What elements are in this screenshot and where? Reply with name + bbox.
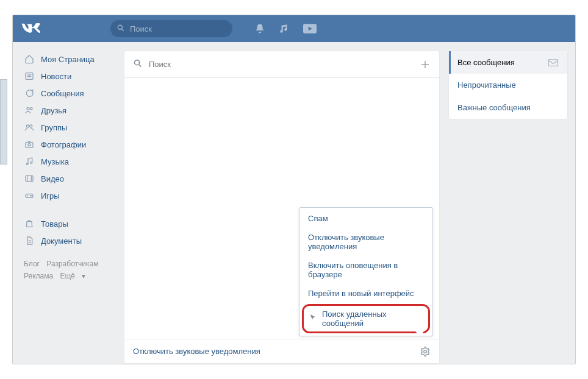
layout: Моя Страница Новости Сообщения Друзья Гр… (13, 42, 575, 364)
filter-important[interactable]: Важные сообщения (449, 96, 567, 119)
filter-label: Важные сообщения (457, 103, 531, 112)
footer-link-blog[interactable]: Блог (24, 260, 40, 268)
messages-panel: Спам Отключить звуковые уведомления Вклю… (124, 51, 440, 364)
settings-popup: Спам Отключить звуковые уведомления Вклю… (299, 207, 433, 336)
svg-line-1 (122, 29, 124, 30)
app-window: Поиск Моя Страница Новости (12, 15, 576, 364)
svg-rect-15 (26, 194, 33, 197)
sidebar-item-games[interactable]: Игры (21, 187, 117, 204)
footer-link-ads[interactable]: Реклама (24, 272, 53, 280)
messages-header (124, 51, 439, 78)
popup-item-browser-notify[interactable]: Включить оповещения в браузере (299, 256, 432, 284)
sidebar-item-market[interactable]: Товары (21, 215, 117, 232)
play-icon[interactable] (303, 23, 317, 34)
popup-item-spam[interactable]: Спам (299, 209, 432, 228)
sidebar-item-video[interactable]: Видео (21, 170, 117, 187)
popup-item-mute[interactable]: Отключить звуковые уведомления (299, 228, 432, 256)
search-icon (117, 24, 125, 34)
messages-icon (24, 88, 35, 99)
sidebar-item-label: Видео (41, 174, 64, 183)
groups-icon (24, 122, 35, 133)
global-search[interactable]: Поиск (110, 20, 232, 37)
sidebar-item-messages[interactable]: Сообщения (21, 85, 117, 102)
popup-item-find-deleted[interactable]: Поиск удаленных сообщений (302, 304, 430, 333)
friends-icon (24, 105, 35, 116)
chevron-down-icon: ▾ (82, 272, 85, 280)
svg-point-8 (26, 125, 29, 127)
messages-footer: Отключить звуковые уведомления (124, 339, 439, 363)
cursor-icon (309, 313, 318, 325)
filter-panel: Все сообщения Непрочитанные Важные сообщ… (448, 51, 568, 119)
svg-point-13 (30, 162, 32, 164)
video-icon (24, 173, 35, 184)
top-icons (254, 23, 317, 34)
footer-link-more[interactable]: Ещё ▾ (60, 272, 90, 280)
sidebar-footer: Блог Разработчикам Реклама Ещё ▾ (21, 249, 117, 283)
bag-icon (24, 218, 35, 229)
svg-point-11 (28, 144, 30, 146)
global-search-placeholder: Поиск (130, 24, 152, 34)
messages-search-input[interactable] (149, 60, 414, 69)
sidebar-item-label: Товары (41, 219, 68, 228)
sidebar-item-profile[interactable]: Моя Страница (21, 51, 117, 68)
gear-icon[interactable] (420, 346, 431, 357)
svg-point-18 (30, 196, 31, 196)
home-icon (24, 54, 35, 65)
sidebar-item-music[interactable]: Музыка (21, 153, 117, 170)
doc-icon (24, 235, 35, 246)
sidebar-item-label: Документы (41, 236, 82, 246)
sidebar-item-news[interactable]: Новости (21, 68, 117, 85)
popup-item-new-ui[interactable]: Перейти в новый интерфейс (299, 284, 432, 303)
sidebar-item-label: Фотографии (41, 140, 86, 149)
svg-point-6 (27, 107, 29, 110)
search-icon (133, 58, 143, 70)
svg-point-0 (118, 25, 122, 29)
filter-label: Непрочитанные (457, 80, 516, 90)
main: Спам Отключить звуковые уведомления Вклю… (117, 42, 575, 364)
new-conversation-button[interactable] (420, 59, 431, 70)
svg-point-9 (30, 125, 32, 127)
note-icon (24, 156, 35, 167)
sidebar-item-label: Сообщения (41, 89, 84, 98)
decorative-edge (0, 79, 7, 165)
sidebar-item-label: Игры (41, 191, 60, 200)
svg-rect-10 (26, 143, 33, 148)
mail-icon (548, 58, 559, 67)
topbar: Поиск (13, 15, 575, 42)
sidebar-item-label: Музыка (41, 157, 69, 166)
camera-icon (24, 139, 35, 150)
sidebar-item-friends[interactable]: Друзья (21, 102, 117, 119)
sidebar-item-label: Друзья (41, 106, 66, 115)
sidebar-item-label: Новости (41, 72, 71, 81)
sidebar-item-label: Моя Страница (41, 55, 95, 64)
svg-rect-14 (26, 175, 33, 181)
svg-point-12 (26, 163, 28, 165)
popup-item-label: Поиск удаленных сообщений (322, 310, 423, 328)
sidebar-item-label: Группы (41, 123, 67, 132)
mute-sounds-link[interactable]: Отключить звуковые уведомления (133, 347, 260, 356)
news-icon (24, 71, 35, 82)
sidebar: Моя Страница Новости Сообщения Друзья Гр… (13, 42, 117, 364)
filter-all[interactable]: Все сообщения (449, 51, 567, 74)
filter-label: Все сообщения (457, 58, 515, 67)
vk-logo[interactable] (20, 22, 42, 35)
filter-unread[interactable]: Непрочитанные (449, 74, 567, 96)
gamepad-icon (24, 190, 35, 201)
svg-point-21 (135, 60, 140, 65)
sidebar-item-photos[interactable]: Фотографии (21, 136, 117, 153)
svg-line-22 (139, 65, 141, 66)
svg-point-7 (30, 108, 32, 110)
footer-link-devs[interactable]: Разработчикам (46, 260, 98, 268)
sidebar-item-groups[interactable]: Группы (21, 119, 117, 136)
bell-icon[interactable] (254, 23, 265, 34)
music-icon[interactable] (279, 23, 290, 34)
sidebar-item-docs[interactable]: Документы (21, 232, 117, 249)
svg-point-25 (424, 350, 427, 353)
